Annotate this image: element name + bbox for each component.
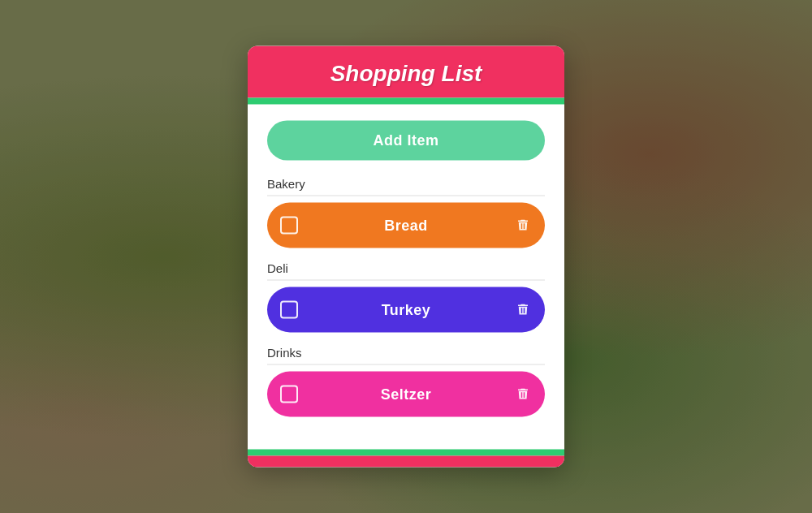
checkbox-seltzer[interactable] [280,386,298,403]
category-drinks: Drinks Seltzer [267,346,545,417]
panel-body: Add Item Bakery Bread Deli Turkey [248,105,564,450]
checkbox-bread[interactable] [280,217,298,235]
pink-bottom-bar [248,456,564,468]
item-row-seltzer[interactable]: Seltzer [267,372,545,417]
shopping-list-panel: Shopping List Add Item Bakery Bread Deli [248,46,564,468]
item-name-seltzer: Seltzer [298,386,514,403]
category-label-bakery: Bakery [267,177,545,196]
item-name-bread: Bread [298,217,514,234]
add-item-button[interactable]: Add Item [267,121,545,161]
delete-seltzer-button[interactable] [514,386,532,403]
page-title: Shopping List [264,61,548,87]
category-label-drinks: Drinks [267,346,545,365]
delete-bread-button[interactable] [514,217,532,235]
panel-header: Shopping List [248,46,564,98]
item-row-turkey[interactable]: Turkey [267,287,545,333]
delete-turkey-button[interactable] [514,301,532,319]
category-deli: Deli Turkey [267,261,545,333]
green-bottom-bar [248,450,564,456]
checkbox-turkey[interactable] [280,301,298,319]
item-row-bread[interactable]: Bread [267,203,545,248]
item-name-turkey: Turkey [298,301,514,318]
green-top-bar [248,98,564,105]
category-label-deli: Deli [267,261,545,281]
category-bakery: Bakery Bread [267,177,545,248]
